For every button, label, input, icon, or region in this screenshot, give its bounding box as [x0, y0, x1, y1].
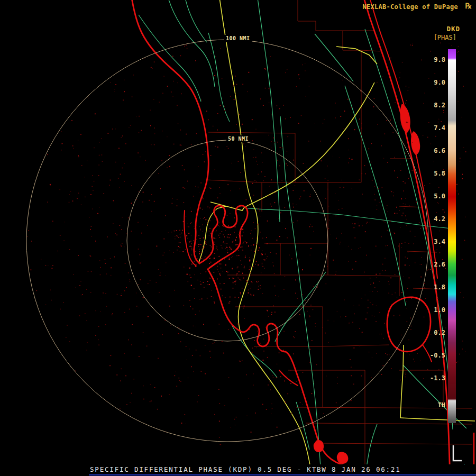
range-ring-label-100: 100 NMI [224, 35, 252, 42]
brand-text: NEXLAB-College of DuPage [362, 3, 458, 11]
product-title: SPECIFIC DIFFERENTIAL PHASE (KDP) 0.5 DE… [90, 465, 401, 473]
pinellas-barrier [184, 210, 196, 266]
threshold-label: TH [438, 401, 445, 409]
range-ring-50 [127, 140, 328, 341]
island-blob-1 [314, 440, 324, 452]
sanibel-coast [279, 370, 298, 386]
interstate-75-south [239, 210, 312, 475]
cod-logo-icon: ℞ [465, 2, 472, 10]
gulf-coast-south [208, 269, 382, 470]
lake-okeechobee [387, 297, 431, 352]
range-ring-label-50: 50 NMI [226, 135, 250, 142]
interstate-75-north [219, 0, 255, 210]
units-label: [PHAS] [434, 34, 456, 41]
coastline-layer [132, 0, 450, 476]
white-corner-mark [453, 445, 462, 461]
status-underline [89, 474, 476, 475]
radar-viewport: NEXLAB-College of DuPage ℞ DKD [PHAS] 9.… [0, 0, 476, 476]
range-ring-100 [26, 40, 428, 442]
atlantic-coast [364, 0, 450, 476]
tampa-bay [199, 206, 248, 269]
product-id-label: DKD [446, 25, 460, 33]
florida-radar-map [0, 0, 476, 476]
gulf-coast-north [132, 0, 208, 263]
colorbar [448, 49, 456, 423]
range-rings-layer [26, 40, 428, 442]
radar-speckle-layer [27, 43, 466, 445]
lagoon-blob-2 [411, 131, 420, 155]
lagoon-blob-1 [400, 104, 410, 133]
island-blob-2 [337, 452, 349, 464]
interstate-4 [244, 83, 374, 207]
status-bar: SPECIFIC DIFFERENTIAL PHASE (KDP) 0.5 DE… [0, 464, 476, 476]
